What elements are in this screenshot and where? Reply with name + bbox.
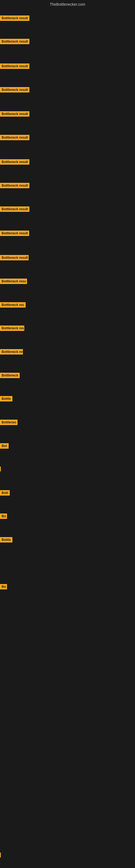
result-item: Bot bbox=[0, 443, 9, 450]
bottleneck-badge[interactable]: Bo bbox=[0, 514, 7, 519]
bottleneck-badge[interactable]: Bottleneck bbox=[0, 373, 20, 378]
result-item: Bottle bbox=[0, 537, 12, 544]
bottleneck-badge[interactable]: Bottleneck result bbox=[0, 111, 30, 117]
result-item: Bottleneck result bbox=[0, 183, 30, 189]
site-title: TheBottlenecker.com bbox=[0, 0, 135, 9]
bottleneck-badge[interactable]: Bottle bbox=[0, 396, 12, 401]
bottleneck-badge[interactable]: Bottleneck result bbox=[0, 255, 29, 260]
result-item: Bottleneck result bbox=[0, 111, 30, 118]
bottleneck-badge[interactable]: Bottleneck result bbox=[0, 159, 30, 165]
result-item: Bottleneck result bbox=[0, 16, 30, 22]
bottleneck-badge[interactable]: Bottleneck resu bbox=[0, 279, 27, 284]
result-item: Bottleneck result bbox=[0, 255, 29, 261]
result-item: Bottleneck result bbox=[0, 39, 30, 45]
bottleneck-badge[interactable]: Bottleneck res bbox=[0, 326, 24, 331]
result-item: Bottleneck result bbox=[0, 135, 30, 141]
bottleneck-badge[interactable]: Bottleneck result bbox=[0, 135, 30, 140]
result-item: Bottleneck result bbox=[0, 207, 30, 213]
bottleneck-badge[interactable]: Bottleneck result bbox=[0, 230, 29, 236]
result-item: Bottleneck res bbox=[0, 326, 24, 332]
result-item: Bottleneck resu bbox=[0, 279, 27, 285]
bottleneck-badge[interactable]: Bo bbox=[0, 584, 7, 589]
bottleneck-badge[interactable]: Bottleneck result bbox=[0, 39, 30, 44]
result-item: Bottleneck result bbox=[0, 63, 30, 70]
bottleneck-badge[interactable]: Bottleneck result bbox=[0, 87, 30, 93]
result-item: Bottleneck res bbox=[0, 302, 26, 309]
result-item: Bo bbox=[0, 584, 7, 590]
bottleneck-badge[interactable]: Bottle bbox=[0, 537, 12, 542]
cursor-indicator bbox=[0, 852, 1, 858]
result-item: Bott bbox=[0, 490, 10, 497]
bottleneck-badge[interactable]: Bottleneck result bbox=[0, 16, 30, 21]
result-item: Bo bbox=[0, 514, 7, 520]
cursor-indicator bbox=[0, 467, 1, 471]
result-item: Bottleneck bbox=[0, 373, 20, 379]
bottleneck-badge[interactable]: Bot bbox=[0, 443, 9, 448]
bottleneck-badge[interactable]: Bottleneck result bbox=[0, 183, 30, 188]
result-item: Bottlenec bbox=[0, 420, 17, 426]
result-item: Bottleneck result bbox=[0, 230, 29, 237]
bottleneck-badge[interactable]: Bott bbox=[0, 490, 10, 496]
result-item: Bottleneck result bbox=[0, 87, 30, 94]
bottleneck-badge[interactable]: Bottleneck result bbox=[0, 207, 30, 212]
bottleneck-badge[interactable]: Bottleneck result bbox=[0, 63, 30, 69]
result-item: Bottle bbox=[0, 396, 12, 403]
result-item: Bottleneck result bbox=[0, 159, 30, 166]
bottleneck-badge[interactable]: Bottleneck res bbox=[0, 302, 26, 308]
result-item: Bottleneck res bbox=[0, 349, 23, 355]
bottleneck-badge[interactable]: Bottleneck res bbox=[0, 349, 23, 354]
bottleneck-badge[interactable]: Bottlenec bbox=[0, 420, 17, 425]
